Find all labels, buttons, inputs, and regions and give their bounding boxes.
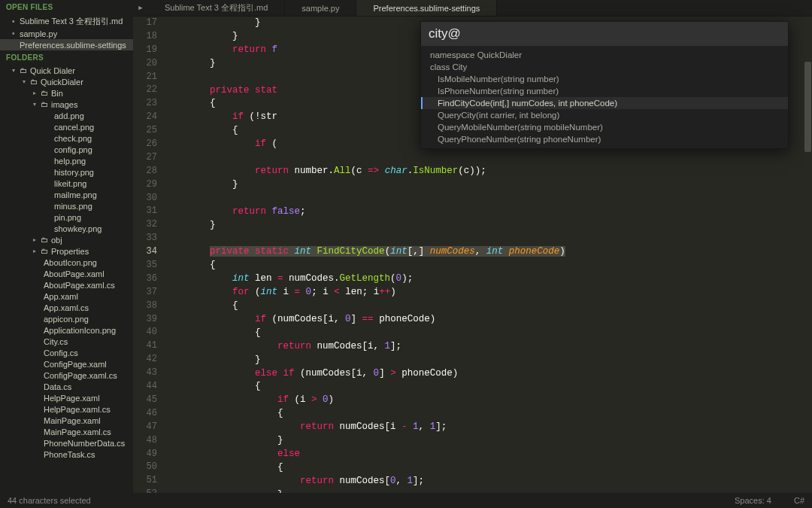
folder-icon: 🗀 — [41, 247, 51, 255]
tree-label: PhoneNumberData.cs — [44, 439, 125, 448]
goto-result-item[interactable]: namespace QuickDialer — [421, 49, 788, 61]
tree-label: likeit.png — [54, 179, 86, 188]
goto-result-item[interactable]: QueryCity(int carrier, int belong) — [421, 109, 788, 121]
file-item[interactable]: App.xaml.cs — [0, 302, 133, 313]
tree-label: AboutPage.xaml.cs — [44, 281, 115, 290]
status-bar: 44 characters selected Spaces: 4 C# — [0, 493, 812, 508]
tree-label: Bin — [51, 89, 63, 98]
file-item[interactable]: City.cs — [0, 336, 133, 347]
tree-label: Quick Dialer — [30, 66, 75, 75]
tree-label: config.png — [54, 145, 92, 154]
file-item[interactable]: help.png — [0, 155, 133, 166]
tree-label: App.xaml.cs — [44, 303, 89, 312]
disclosure-arrow[interactable]: ▸ — [33, 248, 41, 254]
dirty-bullet: • — [12, 17, 20, 26]
vertical-scrollbar[interactable] — [804, 17, 812, 493]
file-item[interactable]: likeit.png — [0, 178, 133, 189]
folders-header: FOLDERS — [0, 50, 133, 65]
tree-label: MainPage.xaml — [44, 416, 101, 425]
file-item[interactable]: ConfigPage.xaml.cs — [0, 370, 133, 381]
file-item[interactable]: AboutIcon.png — [0, 257, 133, 268]
file-item[interactable]: AboutPage.xaml — [0, 268, 133, 279]
file-item[interactable]: HelpPage.xaml.cs — [0, 403, 133, 415]
open-file-item[interactable]: Preferences.sublime-settings — [0, 39, 133, 50]
folder-icon: 🗀 — [30, 78, 41, 86]
tree-label: check.png — [54, 134, 92, 143]
file-item[interactable]: history.png — [0, 166, 133, 178]
disclosure-arrow[interactable]: ▸ — [33, 90, 41, 96]
tab-scroll-arrow[interactable]: ▶ — [133, 0, 148, 16]
tree-label: cancel.png — [54, 123, 94, 132]
tree-label: QuickDialer — [41, 78, 83, 87]
disclosure-arrow[interactable]: ▸ — [33, 236, 41, 243]
tree-label: showkey.png — [54, 224, 102, 233]
open-files-header: OPEN FILES — [0, 0, 133, 14]
status-syntax[interactable]: C# — [794, 496, 804, 505]
file-item[interactable]: MainPage.xaml — [0, 415, 133, 426]
file-item[interactable]: HelpPage.xaml — [0, 392, 133, 403]
file-item[interactable]: pin.png — [0, 211, 133, 223]
tree-label: help.png — [54, 157, 86, 166]
file-item[interactable]: AboutPage.xaml.cs — [0, 279, 133, 291]
tree-label: minus.png — [54, 202, 92, 211]
file-item[interactable]: mailme.png — [0, 189, 133, 200]
file-item[interactable]: ApplicationIcon.png — [0, 324, 133, 336]
goto-result-item[interactable]: FindCityCode(int[,] numCodes, int phoneC… — [421, 97, 788, 109]
file-item[interactable]: appicon.png — [0, 313, 133, 324]
file-item[interactable]: PhoneTask.cs — [0, 449, 133, 460]
tree-label: mailme.png — [54, 190, 97, 199]
folder-item[interactable]: ▾🗀QuickDialer — [0, 76, 133, 87]
disclosure-arrow[interactable]: ▾ — [33, 101, 41, 108]
goto-result-item[interactable]: QueryMobileNumber(string mobileNumber) — [421, 121, 788, 133]
file-item[interactable]: PhoneNumberData.cs — [0, 437, 133, 449]
tree-label: ApplicationIcon.png — [44, 326, 116, 335]
tree-label: images — [51, 100, 77, 109]
tab[interactable]: Sublime Text 3 全程指引.md — [148, 0, 285, 16]
folder-item[interactable]: ▾🗀Quick Dialer — [0, 65, 133, 76]
status-spaces[interactable]: Spaces: 4 — [735, 496, 771, 505]
file-item[interactable]: cancel.png — [0, 121, 133, 132]
goto-result-item[interactable]: IsPhoneNumber(string number) — [421, 85, 788, 97]
folder-item[interactable]: ▸🗀obj — [0, 234, 133, 245]
tree-label: ConfigPage.xaml — [44, 360, 107, 369]
file-item[interactable]: Config.cs — [0, 347, 133, 358]
tree-label: HelpPage.xaml.cs — [44, 405, 111, 414]
file-item[interactable]: Data.cs — [0, 381, 133, 392]
tree-label: Properties — [51, 247, 89, 256]
folder-item[interactable]: ▸🗀Properties — [0, 245, 133, 257]
tree-label: add.png — [54, 111, 84, 120]
file-item[interactable]: check.png — [0, 132, 133, 144]
tab[interactable]: sample.py — [285, 0, 356, 16]
tree-label: AboutPage.xaml — [44, 269, 105, 278]
file-item[interactable]: minus.png — [0, 200, 133, 211]
tree-label: pin.png — [54, 213, 81, 222]
file-item[interactable]: add.png — [0, 110, 133, 121]
tab[interactable]: Preferences.sublime-settings — [356, 0, 497, 16]
tree-label: PhoneTask.cs — [44, 450, 95, 459]
folder-item[interactable]: ▾🗀images — [0, 99, 133, 110]
tree-label: Data.cs — [44, 382, 71, 391]
file-item[interactable]: config.png — [0, 144, 133, 155]
open-file-item[interactable]: •Sublime Text 3 全程指引.md — [0, 14, 133, 28]
file-item[interactable]: MainPage.xaml.cs — [0, 426, 133, 437]
file-item[interactable]: App.xaml — [0, 291, 133, 302]
folder-item[interactable]: ▸🗀Bin — [0, 87, 133, 99]
tree-label: App.xaml — [44, 292, 78, 301]
file-item[interactable]: ConfigPage.xaml — [0, 358, 133, 370]
scrollbar-thumb[interactable] — [804, 62, 811, 152]
disclosure-arrow[interactable]: ▾ — [12, 67, 20, 74]
folder-icon: 🗀 — [41, 89, 51, 97]
tree-label: City.cs — [44, 337, 68, 346]
disclosure-arrow[interactable]: ▾ — [23, 78, 30, 85]
tree-label: obj — [51, 236, 62, 245]
open-file-item[interactable]: •sample.py — [0, 28, 133, 39]
file-item[interactable]: showkey.png — [0, 223, 133, 234]
goto-result-item[interactable]: QueryPhoneNumber(string phoneNumber) — [421, 133, 788, 145]
goto-result-item[interactable]: class City — [421, 61, 788, 73]
folder-icon: 🗀 — [41, 100, 51, 108]
goto-input[interactable] — [421, 22, 788, 46]
tree-label: AboutIcon.png — [44, 258, 97, 267]
tree-label: appicon.png — [44, 315, 89, 324]
goto-result-item[interactable]: IsMobileNumber(string number) — [421, 73, 788, 85]
open-file-label: sample.py — [20, 29, 57, 38]
